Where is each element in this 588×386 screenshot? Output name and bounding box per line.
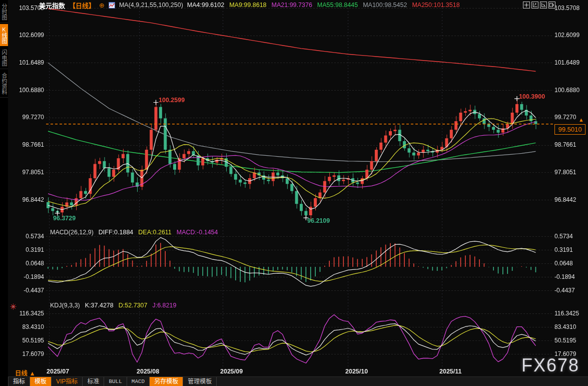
toolbar-tab-3[interactable]: 标准 [83,377,104,386]
sidebar-item-2[interactable]: 闪电图 [0,47,8,69]
kdj-d-value: D:52.7307 [119,302,148,309]
low-price-label-jul: 96.3729 [53,215,76,222]
ma-value-5: MA250:101.3518 [412,2,459,9]
ma-value-4: MA100:98.5452 [363,2,407,9]
x-axis-label-2025-09: 2025/09 [220,368,243,375]
axis-label: 101.6489 [11,59,44,66]
axis-label: 50.5195 [11,337,44,344]
trading-app-window: 分时图K线图闪电图合约资料 美元指数 【日线】 ⊕ MA(4,9,21,55,1… [0,0,588,386]
toolbar-tab-0[interactable]: 指标 [8,377,30,386]
chart-type-sidebar: 分时图K线图闪电图合约资料 [0,0,8,386]
axis-label: 100.6880 [554,87,587,94]
axis-label: -0.4437 [11,287,44,294]
axis-label: -0.1894 [11,273,44,280]
x-axis-label-2025-10: 2025/10 [345,368,368,375]
axis-label: 83.4310 [11,323,44,330]
axis-label: 97.8051 [11,169,44,176]
axis-label: 97.8051 [554,169,587,176]
axis-label: 102.6099 [554,32,587,39]
symbol-title: 美元指数 [39,1,65,10]
axis-label: 0.3191 [11,246,44,253]
axis-label: 50.5195 [554,337,587,344]
kdj-k-value: K:37.4278 [85,302,114,309]
chart-toolbar-icons [523,2,555,9]
axis-label: 96.8442 [554,196,587,203]
kdj-settings-icon[interactable] [10,303,17,312]
macd-params[interactable]: MACD(26,12,9) [50,229,94,236]
high-price-label-aug: 100.2599 [159,97,185,104]
toolbar-tab-6[interactable]: 另存模板 [150,377,183,386]
ma-values: MA4:99.6102MA9:99.8618MA21:99.7376MA55:9… [187,2,460,9]
axis-label: 0.5734 [11,233,44,240]
x-axis-label-2025-08: 2025/08 [137,368,159,375]
period-tag: 【日线】 [69,1,95,10]
axis-label: 0.0648 [11,260,44,267]
axis-label: -0.4437 [554,287,587,294]
current-price-badge: 99.5010 [554,124,585,135]
ma-value-3: MA55:98.8445 [317,2,358,9]
axis-label: 101.6489 [554,59,587,66]
popout-icon[interactable] [548,2,555,9]
axis-label: 103.5708 [554,5,587,12]
axis-label: 83.4310 [554,323,587,330]
x-axis-row: 日线 ▲ 2025/072025/082025/092025/102025/11 [0,367,588,376]
ma-value-1: MA9:99.8618 [229,2,266,9]
macd-dea-value: DEA:0.2611 [138,229,171,236]
x-axis-label-2025-07: 2025/07 [47,368,69,375]
axis-scale-right-icon[interactable] [540,2,547,9]
ma-value-0: MA4:99.6102 [187,2,224,9]
axis-label: 0.3191 [554,246,587,253]
sidebar-item-1[interactable]: K线图 [0,24,8,46]
toolbar-tab-5[interactable]: MACD [127,377,150,386]
chart-header: 美元指数 【日线】 ⊕ MA(4,9,21,55,100,250) MA4:99… [39,1,460,10]
ma-value-2: MA21:99.7376 [272,2,312,9]
axis-label: 17.6079 [11,350,44,357]
axis-label: 98.7661 [11,141,44,148]
ma-settings-label[interactable]: MA(4,9,21,55,100,250) [119,2,183,9]
axis-label: 0.0648 [554,260,587,267]
low-price-label-sep: 96.2109 [307,217,330,224]
chart-canvas[interactable] [0,0,588,376]
add-indicator-icon[interactable]: ⊕ [99,2,105,9]
axis-label: 100.6880 [11,87,44,94]
kdj-params[interactable]: KDJ(9,3,3) [50,302,80,309]
kdj-pane-header: KDJ(9,3,3) K:37.4278 D:52.7307 J:6.8219 [50,302,176,309]
mini-chart-icon[interactable] [109,2,115,9]
toolbar-tab-1[interactable]: 模板 [30,377,52,386]
axis-scale-up-icon[interactable] [531,2,538,9]
x-axis-label-2025-11: 2025/11 [439,368,462,375]
axis-label: 0.5734 [554,233,587,240]
toolbar-tab-7[interactable]: 管理模板 [183,377,217,386]
axis-label: 116.3425 [554,310,587,317]
axis-label: 98.7661 [554,141,587,148]
move-icon[interactable] [523,2,530,9]
sidebar-item-3[interactable]: 合约资料 [0,70,8,98]
bottom-toolbar: 指标模板VIP指标标准BULLMACD另存模板管理模板 [8,376,588,386]
toolbar-tab-2[interactable]: VIP指标 [52,377,83,386]
sidebar-item-0[interactable]: 分时图 [0,1,8,23]
macd-pane-header: MACD(26,12,9) DIFF:0.1884 DEA:0.2611 MAC… [50,229,218,236]
axis-label: -0.1894 [554,273,587,280]
macd-diff-value: DIFF:0.1884 [99,229,133,236]
high-price-label-nov: 100.3900 [519,93,545,100]
toolbar-tab-4[interactable]: BULL [104,377,127,386]
axis-label: 99.7270 [11,114,44,121]
macd-macd-value: MACD:-0.1454 [177,229,218,236]
axis-label: 102.6099 [11,32,44,39]
axis-label: 96.8442 [11,196,44,203]
price-up-arrow-icon: ▲ [578,117,584,123]
kdj-j-value: J:6.8219 [152,302,176,309]
